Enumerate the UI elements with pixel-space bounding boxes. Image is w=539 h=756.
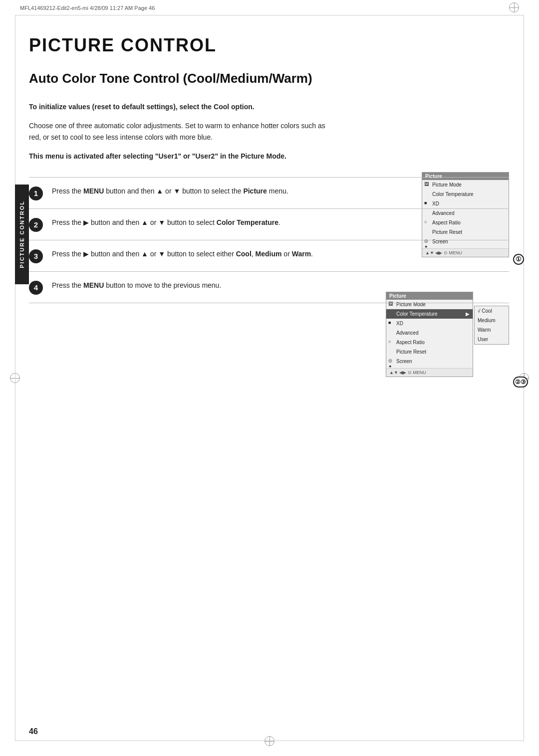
step-3-number: 3 (29, 249, 43, 263)
header-meta: MFL41469212-Edit2-en5-mi 4/28/09 11:27 A… (20, 5, 155, 11)
icon-star-2: ✦ (388, 364, 392, 371)
menu-item-2-6: Picture Reset (386, 347, 473, 357)
menu-screenshot-2-wrapper: Picture 🖼Picture Mode Color Temperature … (386, 292, 509, 390)
sidebar-tab-label: PICTURE CONTROL (19, 200, 25, 268)
submenu-item-user: User (475, 335, 509, 344)
submenu-item-warm: Warm (475, 325, 509, 335)
step-1-menu-bold: MENU (83, 187, 104, 195)
body-paragraph-1: To initialize values (reset to default s… (29, 101, 338, 112)
step-4-number: 4 (29, 281, 43, 295)
step-2-number: 2 (29, 218, 43, 232)
step-3-text: Press the ▶ button and then ▲ or ▼ butto… (52, 248, 313, 259)
step-1: 1 Press the MENU button and then ▲ or ▼ … (29, 177, 509, 208)
menu-item-2-4: Advanced (386, 328, 473, 338)
menu-box-2: Picture 🖼Picture Mode Color Temperature … (386, 292, 473, 377)
badge-1: ① (513, 254, 524, 265)
menu-box-2-footer: ▲▼ ◀▶ ⊙ MENU (386, 368, 473, 377)
step-3-medium-bold: Medium (256, 250, 282, 258)
menu-item-2-7: ◎Screen (386, 357, 473, 366)
step-3: 3 Press the ▶ button and then ▲ or ▼ but… (29, 240, 509, 271)
step-1-number: 1 (29, 187, 43, 200)
menu-item-2-3: ■XD (386, 319, 473, 328)
steps-area: Picture 🖼Picture Mode Color Temperature … (29, 177, 509, 303)
registration-mark-top-right (509, 2, 519, 12)
body-paragraph-3: This menu is activated after selecting "… (29, 151, 338, 162)
page-number: 46 (29, 727, 38, 736)
icon-xd-2: ■ (388, 320, 391, 327)
step-3-warm-bold: Warm (292, 250, 311, 258)
submenu-popup: Cool Medium Warm User (474, 306, 509, 345)
step-4-text: Press the MENU button to move to the pre… (52, 280, 221, 291)
menu-item-2-5: ○Aspect Ratio (386, 338, 473, 347)
step-2: 2 Press the ▶ button and then ▲ or ▼ but… (29, 208, 509, 240)
submenu-item-cool: Cool (475, 306, 509, 316)
step-2-colortemp-bold: Color Temperature (217, 218, 278, 226)
step-2-text: Press the ▶ button and then ▲ or ▼ butto… (52, 217, 280, 228)
step-1-picture-bold: Picture (243, 187, 267, 195)
step-1-text: Press the MENU button and then ▲ or ▼ bu… (52, 186, 288, 196)
screenshot-2: Picture 🖼Picture Mode Color Temperature … (386, 292, 509, 380)
section-title: Auto Color Tone Control (Cool/Medium/War… (29, 71, 509, 86)
menu-item-2-8: ✦ (386, 366, 473, 368)
body-paragraph-2: Choose one of three automatic color adju… (29, 120, 338, 143)
page-title: PICTURE CONTROL (29, 35, 509, 56)
body-paragraph-1-text: To initialize values (reset to default s… (29, 103, 255, 111)
submenu-item-medium: Medium (475, 316, 509, 325)
body-paragraph-3-text: This menu is activated after selecting "… (29, 152, 286, 160)
step-4-menu-bold: MENU (83, 281, 104, 289)
sidebar-tab: PICTURE CONTROL (15, 185, 29, 284)
step-3-cool-bold: Cool (236, 250, 252, 258)
menu-item-2-2: Color Temperature ▶ (386, 309, 473, 319)
main-content: PICTURE CONTROL Auto Color Tone Control … (29, 25, 509, 731)
step-4: 4 Press the MENU button to move to the p… (29, 271, 509, 303)
icon-aspect-2: ○ (388, 339, 391, 346)
badge-23: ②③ (513, 377, 528, 387)
